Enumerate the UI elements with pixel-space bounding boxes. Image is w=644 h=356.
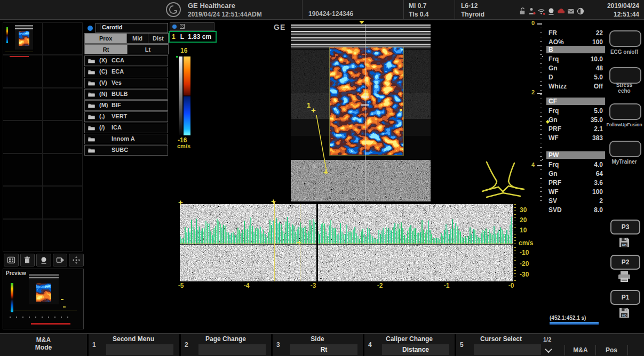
anatomy-item-ica[interactable]: (/)ICA <box>84 123 168 133</box>
clipboard-cell[interactable] <box>43 120 83 153</box>
folder-icon <box>88 58 95 63</box>
ruler-major-tick <box>537 23 542 25</box>
param-label: FR <box>548 29 557 37</box>
param-label: SV <box>548 197 557 205</box>
menu-title-box[interactable]: Carotid <box>96 23 168 33</box>
layout-grid-button[interactable] <box>4 254 19 266</box>
softkey-value[interactable]: Distance <box>382 344 449 355</box>
followupfusion-button[interactable] <box>609 103 641 120</box>
preview-marker <box>63 306 66 308</box>
anatomy-item-bulb[interactable]: (N)BULB <box>84 89 168 100</box>
velocity-tick-label: -10 <box>520 249 529 256</box>
depth-label: 2 <box>531 89 535 95</box>
clipboard-cell[interactable] <box>43 88 83 120</box>
clipboard-cell[interactable] <box>3 186 43 219</box>
clipboard-cell[interactable] <box>43 153 83 186</box>
chevron-down-icon[interactable] <box>544 348 553 353</box>
anatomy-item-cca[interactable]: (X)CCA <box>84 55 168 66</box>
clipboard-cell[interactable] <box>43 219 83 252</box>
param-value: 5.0 <box>594 107 603 115</box>
measure-tool-icon <box>180 24 185 29</box>
folder-icon <box>88 80 95 86</box>
menu-title: Carotid <box>100 24 123 30</box>
softkey-value[interactable] <box>198 344 266 355</box>
stress-echo-button[interactable] <box>609 67 641 84</box>
anatomy-name: BIF <box>112 102 121 108</box>
export-button[interactable] <box>53 254 68 266</box>
param-ao: AO%100 <box>545 38 605 46</box>
stress-echo-label: Stress echo <box>613 82 636 94</box>
ma-mode-key[interactable]: M&A Mode <box>0 334 87 356</box>
tab-prox[interactable]: Prox <box>84 33 127 44</box>
measurement-header <box>170 22 214 31</box>
softkey-cursor-select[interactable]: 5Cursor Select <box>457 334 545 356</box>
ruler-major-tick <box>537 93 542 94</box>
param-label: D <box>548 74 553 81</box>
tab-mid[interactable]: Mid <box>126 33 148 44</box>
mytrainer-button[interactable] <box>609 141 641 157</box>
spectral-baseline-shadow <box>180 244 513 245</box>
softkey-caliper-change[interactable]: 4Caliper ChangeDistance <box>365 334 454 356</box>
param-label: Frq <box>548 55 559 63</box>
caliper-marker[interactable]: + <box>178 200 183 205</box>
softkey-page-change[interactable]: 2Page Change <box>181 334 270 356</box>
tab-side-lt[interactable]: Lt <box>127 44 169 54</box>
param-value: 3.6 <box>594 179 603 187</box>
anatomy-item-vert[interactable]: (,)VERT <box>84 111 168 122</box>
clipboard-cell[interactable] <box>43 186 83 219</box>
anatomy-name: VERT <box>112 113 127 119</box>
param-wf: WF100 <box>545 188 605 196</box>
param-value: 10.0 <box>591 55 603 63</box>
spectral-doppler-display[interactable]: + + + <box>180 204 513 281</box>
anatomy-item-bif[interactable]: (M)BIF <box>84 100 168 111</box>
clipboard-cell[interactable] <box>3 88 43 120</box>
p2-button[interactable]: P2 <box>610 255 640 270</box>
trash-button[interactable] <box>20 254 35 266</box>
anatomy-name: Ves <box>112 79 122 86</box>
anatomy-code: (N) <box>99 91 107 97</box>
print-keys: P3HDP2P1HD <box>606 213 642 325</box>
clipboard-cell[interactable] <box>3 120 43 153</box>
time-tick-label: -1 <box>444 282 450 289</box>
p3-button[interactable]: P3 <box>610 220 640 234</box>
anatomy-item-innom-a[interactable]: Innom A <box>84 134 168 144</box>
clipboard-cell[interactable] <box>3 22 43 55</box>
tab-dist[interactable]: Dist <box>148 33 169 44</box>
param-whizz: WhizzOff <box>545 83 605 91</box>
clipboard-cell[interactable] <box>3 55 43 87</box>
tab-side-rt[interactable]: Rt <box>84 44 128 54</box>
pan-button[interactable] <box>69 254 84 266</box>
param-frq: Frq5.0 <box>545 107 605 115</box>
trackball-button[interactable] <box>36 254 51 266</box>
anatomy-item-ves[interactable]: (V)Ves <box>84 78 168 88</box>
softkey-second-menu[interactable]: 1Second Menu <box>89 334 178 356</box>
clipboard-cell[interactable] <box>43 22 83 55</box>
clipboard-thumbnail[interactable] <box>4 24 41 53</box>
clipboard-cell[interactable] <box>43 55 83 87</box>
caliper-marker[interactable]: + <box>297 240 301 245</box>
anatomy-item-subc[interactable]: SUBC <box>84 145 168 156</box>
softkey-side[interactable]: 3SideRt <box>273 334 362 356</box>
patient-icon <box>528 7 536 15</box>
tab-m-a[interactable]: M&A <box>566 344 595 356</box>
tab-pos[interactable]: Pos <box>597 344 626 356</box>
caliper-marker[interactable]: + <box>271 199 276 204</box>
p1-button[interactable]: P1 <box>610 290 640 305</box>
velocity-unit-label: cm/s <box>519 239 533 247</box>
softkey-value[interactable] <box>106 344 173 355</box>
divider <box>87 334 89 356</box>
time-tick-label: -5 <box>178 282 184 289</box>
clipboard-cell[interactable] <box>3 153 43 186</box>
param-gn: Gn35.0 <box>545 116 605 124</box>
tgc-marker <box>542 159 543 160</box>
softkey-value[interactable] <box>474 344 541 355</box>
cine-progress-bar[interactable] <box>550 322 599 325</box>
anatomy-item-eca[interactable]: (C)ECA <box>84 67 168 77</box>
time-cursor[interactable] <box>274 202 275 281</box>
softkey-value[interactable]: Rt <box>290 344 357 355</box>
preview-thumbnail[interactable] <box>29 274 59 304</box>
trackball-icon <box>547 7 555 15</box>
ecg-on-off-button[interactable] <box>609 30 641 47</box>
clipboard-cell[interactable] <box>3 219 43 252</box>
divider <box>403 0 404 19</box>
